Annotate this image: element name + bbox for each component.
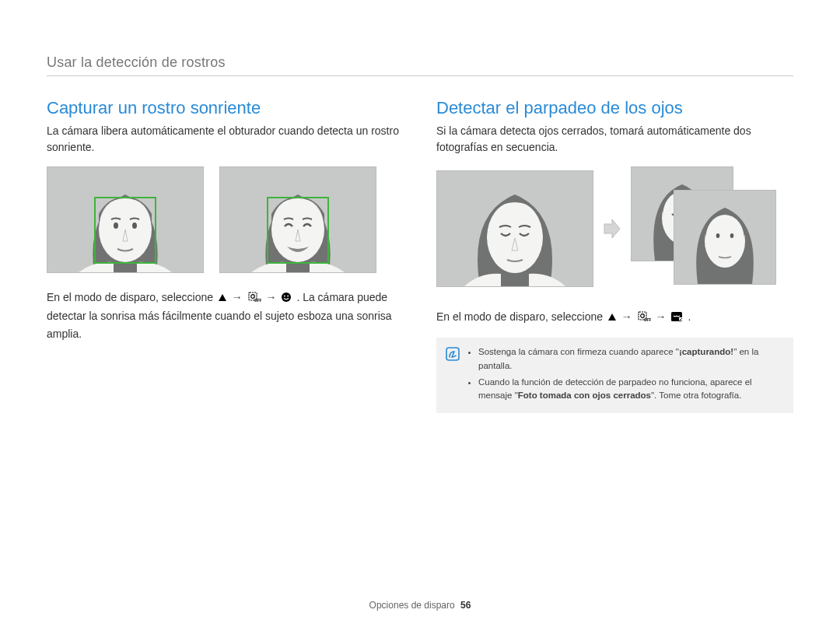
svg-point-18 — [716, 233, 720, 238]
svg-point-11 — [288, 296, 289, 297]
blink-illustration — [436, 166, 793, 291]
instruction-smile: En el modo de disparo, seleccione → OFF … — [47, 289, 404, 342]
svg-text:OFF: OFF — [254, 298, 261, 303]
thumbnail-face-neutral — [47, 166, 204, 273]
footer-label: Opciones de disparo — [369, 600, 455, 611]
note-item: Cuando la función de detección de parpad… — [478, 376, 784, 403]
face-detect-box — [267, 197, 329, 264]
thumbnail-stack-sequence — [631, 166, 786, 291]
arrow-glyph: → — [621, 310, 632, 323]
page-footer: Opciones de disparo 56 — [0, 600, 840, 611]
note-box: Sostenga la cámara con firmeza cuando ap… — [436, 338, 793, 413]
info-icon — [446, 347, 460, 405]
face-off-icon: OFF — [637, 310, 651, 327]
svg-point-9 — [282, 292, 291, 302]
heading-smile-shot: Capturar un rostro sonriente — [47, 98, 404, 118]
svg-point-17 — [705, 215, 745, 268]
smile-face-icon — [281, 290, 292, 307]
instr-text: . — [688, 310, 691, 323]
right-column: Detectar el parpadeo de los ojos Si la c… — [436, 98, 793, 413]
page-number: 56 — [460, 600, 471, 611]
arrow-glyph: → — [656, 310, 667, 323]
content-columns: Capturar un rostro sonriente La cámara l… — [47, 98, 793, 413]
lead-blink: Si la cámara detecta ojos cerrados, toma… — [436, 123, 793, 156]
instr-text: En el modo de disparo, seleccione — [436, 310, 606, 323]
arrow-right-icon — [603, 218, 621, 240]
blink-detect-icon — [670, 310, 683, 327]
arrow-glyph: → — [266, 291, 277, 303]
instruction-blink: En el modo de disparo, seleccione → OFF … — [436, 308, 793, 327]
svg-text:OFF: OFF — [644, 317, 651, 322]
breadcrumb: Usar la detección de rostros — [47, 54, 793, 76]
face-detect-box — [94, 197, 156, 264]
note-item: Sostenga la cámara con firmeza cuando ap… — [478, 345, 784, 373]
thumbnail-eyes-closed — [436, 170, 593, 287]
instr-text: En el modo de disparo, seleccione — [47, 291, 216, 303]
manual-page: Usar la detección de rostros Capturar un… — [0, 0, 840, 634]
up-triangle-icon — [607, 310, 617, 327]
smile-thumbnails — [47, 166, 404, 273]
left-column: Capturar un rostro sonriente La cámara l… — [47, 98, 404, 413]
svg-point-13 — [487, 201, 543, 273]
sequence-frame-2 — [674, 190, 776, 285]
face-off-icon: OFF — [247, 290, 261, 307]
heading-blink-detect: Detectar el parpadeo de los ojos — [436, 98, 793, 118]
lead-smile: La cámara libera automáticamente el obtu… — [47, 123, 404, 156]
svg-point-10 — [284, 296, 285, 297]
note-list: Sostenga la cámara con firmeza cuando ap… — [467, 345, 784, 405]
svg-point-19 — [730, 233, 734, 238]
thumbnail-face-smiling — [219, 166, 376, 273]
up-triangle-icon — [218, 290, 227, 307]
arrow-glyph: → — [232, 291, 243, 303]
